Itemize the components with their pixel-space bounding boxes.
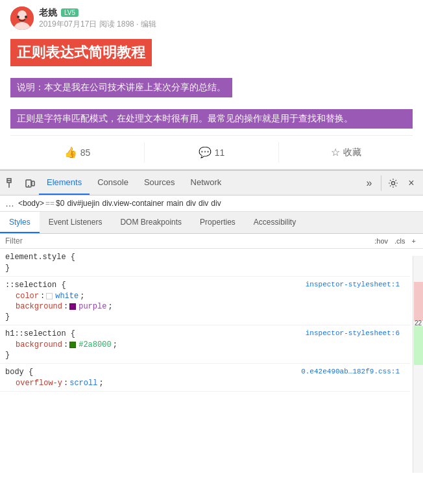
breadcrumb-div2[interactable]: div	[199, 199, 208, 208]
filter-input[interactable]	[5, 236, 367, 246]
devtools-panel: Elements Console Sources Network » × … <…	[0, 170, 423, 459]
css-block-h1-selection: h1::selection { inspector-stylesheet:6 b…	[0, 325, 410, 364]
tab-sources[interactable]: Sources	[136, 171, 183, 195]
color-swatch-white[interactable]	[46, 293, 53, 299]
filter-buttons: :hov .cls +	[372, 236, 418, 246]
svg-rect-9	[32, 181, 34, 186]
color-swatch-green[interactable]	[69, 342, 76, 348]
add-rule-button[interactable]: +	[410, 236, 418, 246]
css-value-scroll: scroll	[69, 379, 97, 388]
css-prop-line-overflow-y: overflow-y : scroll ;	[0, 378, 405, 388]
svg-point-3	[17, 16, 19, 18]
article-title: 正则表达式简明教程	[10, 39, 152, 66]
css-close-brace-element-style: }	[0, 263, 405, 273]
css-source-inspector-6[interactable]: inspector-stylesheet:6	[306, 329, 400, 337]
cls-button[interactable]: .cls	[393, 236, 407, 246]
css-rule-header-element-style: element.style {	[0, 251, 405, 263]
comment-action[interactable]: 💬 11	[145, 142, 279, 162]
css-prop-line-background-purple: background : purple ;	[0, 301, 405, 312]
author-meta: 2019年07月17日 阅读 1898 · 编辑	[39, 19, 156, 30]
subtab-properties[interactable]: Properties	[191, 212, 245, 233]
article-area: 老姚 LV5 2019年07月17日 阅读 1898 · 编辑 正则表达式简明教…	[0, 0, 423, 170]
subtab-dom-breakpoints[interactable]: DOM Breakpoints	[111, 212, 191, 233]
inspect-element-button[interactable]	[3, 174, 21, 192]
breadcrumb-div3[interactable]: div	[211, 199, 221, 208]
css-rule-header-selection: ::selection { inspector-stylesheet:1	[0, 279, 405, 291]
collect-label: 收藏	[343, 147, 361, 158]
breadcrumb-main[interactable]: main	[167, 199, 184, 208]
level-badge: LV5	[61, 8, 79, 17]
filter-bar: :hov .cls +	[0, 234, 423, 249]
svg-point-1	[18, 10, 27, 19]
css-rule-header-body: body { 0.e42e490ab…182f9.css:1	[0, 366, 405, 378]
comment-count: 11	[215, 147, 225, 158]
author-row: 老姚 LV5 2019年07月17日 阅读 1898 · 编辑	[10, 6, 413, 30]
breadcrumb-div1[interactable]: div	[186, 199, 196, 208]
css-prop-line-color: color : white ;	[0, 291, 405, 301]
devtools-toolbar: Elements Console Sources Network » ×	[0, 171, 423, 195]
hov-button[interactable]: :hov	[372, 236, 390, 246]
css-value-white: white	[55, 292, 79, 301]
css-prop-line-background-green: background : #2a8000 ;	[0, 340, 405, 350]
css-block-element-style: element.style { }	[0, 249, 410, 277]
breadcrumb-dollar0[interactable]: $0	[56, 199, 64, 208]
sub-tabs: Styles Event Listeners DOM Breakpoints P…	[0, 212, 423, 234]
css-prop-background-h1: background	[16, 340, 62, 349]
more-tabs-button[interactable]: »	[360, 174, 378, 192]
subtab-styles[interactable]: Styles	[0, 212, 40, 233]
css-block-selection: ::selection { inspector-stylesheet:1 col…	[0, 277, 410, 325]
like-icon: 👍	[64, 146, 77, 158]
css-selector-body: body {	[5, 368, 33, 377]
css-value-purple: purple	[79, 302, 106, 311]
subtab-event-listeners[interactable]: Event Listeners	[40, 212, 112, 233]
css-prop-background: background	[16, 302, 62, 311]
subtab-accessibility[interactable]: Accessibility	[245, 212, 305, 233]
css-close-brace-h1-selection: }	[0, 350, 405, 360]
devtools-settings-button[interactable]	[384, 174, 402, 192]
comment-icon: 💬	[199, 146, 212, 158]
avatar	[10, 6, 34, 30]
css-prop-color: color	[16, 292, 39, 301]
svg-point-11	[392, 181, 395, 184]
breadcrumb-body[interactable]: <body>	[18, 199, 44, 208]
tab-elements[interactable]: Elements	[39, 171, 90, 195]
styles-panel[interactable]: element.style { } ::selection { inspecto…	[0, 249, 423, 473]
breadcrumb-bar: … <body> == $0 div#juejin div.view-conta…	[0, 195, 423, 212]
device-toolbar-button[interactable]	[21, 174, 39, 192]
article-note: 说明：本文是我在公司技术讲座上某次分享的总结。	[10, 78, 232, 97]
breadcrumb-more[interactable]: …	[5, 198, 14, 208]
article-desc: 正则是字符串匹配模式，在处理文本时很有用。最常见的操作就是用于查找和替换。	[10, 109, 413, 129]
right-gutter: 22	[413, 256, 423, 473]
tab-console[interactable]: Console	[90, 171, 136, 195]
styles-panel-wrapper: :hov .cls + 22 element.style { } ::sel	[0, 234, 423, 473]
article-actions: 👍 85 💬 11 ☆ 收藏	[10, 135, 413, 162]
css-selector-element-style: element.style {	[5, 253, 75, 262]
star-icon: ☆	[331, 146, 340, 158]
css-close-brace-selection: }	[0, 312, 405, 322]
css-prop-overflow-y: overflow-y	[16, 379, 62, 388]
svg-point-4	[25, 16, 27, 18]
like-count: 85	[80, 147, 91, 158]
devtools-tabs: Elements Console Sources Network	[39, 171, 360, 195]
devtools-close-button[interactable]: ×	[402, 174, 420, 192]
css-value-2a8000: #2a8000	[79, 340, 111, 349]
tab-network[interactable]: Network	[183, 171, 230, 195]
collect-action[interactable]: ☆ 收藏	[279, 142, 413, 162]
breadcrumb-div-view-container[interactable]: div.view-container	[102, 199, 163, 208]
css-source-inspector-1[interactable]: inspector-stylesheet:1	[306, 281, 400, 288]
css-source-body[interactable]: 0.e42e490ab…182f9.css:1	[301, 368, 400, 375]
color-swatch-purple[interactable]	[69, 303, 76, 310]
css-selector-h1-selection: h1::selection {	[5, 329, 75, 338]
css-selector-selection: ::selection {	[5, 281, 66, 290]
css-block-body: body { 0.e42e490ab…182f9.css:1 overflow-…	[0, 364, 410, 392]
gutter-mark-green	[414, 326, 423, 365]
gutter-mark-red	[414, 282, 423, 321]
css-rule-header-h1-selection: h1::selection { inspector-stylesheet:6	[0, 328, 405, 340]
author-name: 老姚	[39, 7, 57, 19]
breadcrumb-div-juejin[interactable]: div#juejin	[67, 199, 99, 208]
line-number-22: 22	[414, 321, 423, 326]
like-action[interactable]: 👍 85	[10, 142, 145, 162]
author-info: 老姚 LV5 2019年07月17日 阅读 1898 · 编辑	[39, 7, 156, 30]
author-name-row: 老姚 LV5	[39, 7, 156, 19]
